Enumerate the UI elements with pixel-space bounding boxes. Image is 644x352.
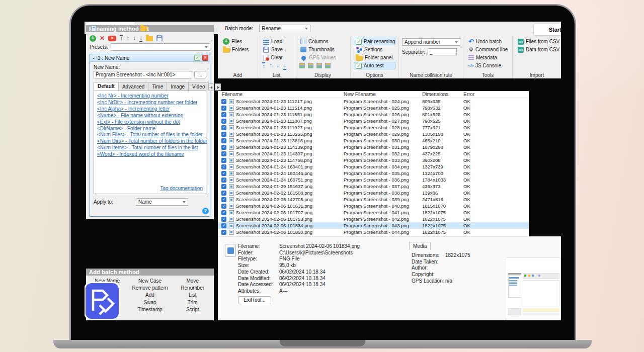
move-method-top-button[interactable]: ↑ <box>120 35 123 42</box>
thumbnails-button[interactable]: Thumbnails <box>298 46 347 53</box>
gps-values-button[interactable]: GPS Values <box>298 54 347 61</box>
list-arrow-down-button[interactable]: ↓ <box>276 62 279 70</box>
new-name-input[interactable] <box>94 71 192 78</box>
new-name-browse-button[interactable]: ... <box>194 71 206 78</box>
js-console-button[interactable]: </>JS Console <box>466 62 509 69</box>
table-row[interactable]: ✓Screenshot 2024-02-06 101631.pngProgram… <box>218 203 529 209</box>
add-method-timestamp[interactable]: Timestamp <box>137 306 162 313</box>
large-thumbnails-view-icon[interactable] <box>316 63 322 68</box>
presets-select[interactable] <box>111 43 210 51</box>
load-button[interactable]: Load <box>261 38 292 45</box>
add-method-button[interactable]: + <box>90 35 96 42</box>
remove-method-button[interactable]: ✕ <box>100 35 105 42</box>
table-row[interactable]: ✓Screenshot 2024-02-05 142705.pngProgram… <box>218 196 529 203</box>
add-method-move[interactable]: Move <box>186 278 198 285</box>
folder-panel-button[interactable]: Folder panel <box>354 54 395 61</box>
move-method-down-button[interactable]: ↓ <box>133 35 136 42</box>
tag-link-dirname[interactable]: <DirName> - Folder name <box>97 126 203 132</box>
row-checkbox[interactable]: ✓ <box>221 145 226 150</box>
list-arrow-top-button[interactable]: ↑ <box>262 62 265 70</box>
batch-mode-select[interactable]: Rename <box>259 25 310 32</box>
tag-link-word[interactable]: <Word> - Indexed word of the filename <box>97 151 203 158</box>
table-row[interactable]: ✓Screenshot 2024-01-23 113255.pngProgram… <box>218 131 529 137</box>
separator-input[interactable] <box>428 48 457 55</box>
exiftool-button[interactable]: ExifTool... <box>238 296 271 304</box>
data-from-csv-button[interactable]: csvData from CSV <box>516 46 558 53</box>
row-checkbox[interactable]: ✓ <box>221 106 226 111</box>
pair-renaming-button[interactable]: ✓Pair renaming <box>354 38 395 45</box>
row-checkbox[interactable]: ✓ <box>221 204 226 209</box>
save-button[interactable]: Save <box>261 46 292 53</box>
table-row[interactable]: ✓Screenshot 2024-01-23 114758.pngProgram… <box>218 157 529 163</box>
table-row[interactable]: ✓Screenshot 2024-01-23 111651.pngProgram… <box>218 111 529 118</box>
column-header-filename[interactable]: Filename <box>218 92 344 97</box>
table-row[interactable]: ✓Screenshot 2024-01-23 111217.pngProgram… <box>218 98 529 105</box>
row-checkbox[interactable]: ✓ <box>221 125 226 130</box>
save-preset-button[interactable] <box>156 35 163 41</box>
table-row[interactable]: ✓Screenshot 2024-01-23 111807.pngProgram… <box>218 118 529 124</box>
tag-link-num[interactable]: <Num Items> - Total number of files in t… <box>97 145 203 151</box>
add-method-remove-pattern[interactable]: Remove pattern <box>132 285 168 292</box>
tab-advanced[interactable]: Advanced <box>118 82 148 91</box>
row-checkbox[interactable]: ✓ <box>221 197 226 202</box>
list-view-icon[interactable] <box>325 63 331 68</box>
tag-documentation-link[interactable]: Tag documentation <box>160 186 203 192</box>
tab-scroll-left-button[interactable] <box>208 83 214 91</box>
table-row[interactable]: ✓Screenshot 2024-01-23 111927.pngProgram… <box>218 124 529 131</box>
row-checkbox[interactable]: ✓ <box>221 178 226 183</box>
files-from-csv-button[interactable]: csvFiles from CSV <box>516 38 558 45</box>
column-header-dimensions[interactable]: Dimensions <box>422 92 463 97</box>
table-row[interactable]: ✓Screenshot 2024-02-06 101834.pngProgram… <box>218 222 529 229</box>
tab-time[interactable]: Time <box>148 82 167 91</box>
column-header-new-filename[interactable]: New Filename <box>344 92 422 97</box>
apply-to-select[interactable]: Name <box>136 198 188 206</box>
move-method-up-button[interactable]: ↑ <box>126 35 129 42</box>
row-checkbox[interactable]: ✓ <box>221 138 226 143</box>
tab-scroll-right-button[interactable] <box>215 83 221 91</box>
move-method-bottom-button[interactable]: ↓ <box>139 35 142 42</box>
row-checkbox[interactable]: ✓ <box>221 210 226 215</box>
auto-test-button[interactable]: ✓Auto test <box>354 62 395 69</box>
tab-video[interactable]: Video <box>188 82 209 91</box>
undo-batch-button[interactable]: ↶Undo batch <box>466 38 509 45</box>
table-row[interactable]: ✓Screenshot 2024-01-24 160401.pngProgram… <box>218 163 529 170</box>
tag-link-inc[interactable]: <Inc Nr> - Incrementing number <box>97 93 203 100</box>
tag-link-num[interactable]: <Num Files> - Total number of files in t… <box>97 132 203 138</box>
table-row[interactable]: ✓Screenshot 2024-01-24 160446.pngProgram… <box>218 170 529 177</box>
row-checkbox[interactable]: ✓ <box>221 164 226 169</box>
table-row[interactable]: ✓Screenshot 2024-01-29 151637.pngProgram… <box>218 183 529 190</box>
add-method-new-case[interactable]: New Case <box>138 278 162 285</box>
tag-link-ext[interactable]: <Ext> - File extension without the dot <box>97 119 203 126</box>
method-close-button[interactable] <box>202 55 208 61</box>
column-header-error[interactable]: Error <box>463 92 529 97</box>
row-checkbox[interactable]: ✓ <box>221 158 226 163</box>
row-checkbox[interactable]: ✓ <box>221 99 226 104</box>
list-arrow-bottom-button[interactable]: ↓ <box>283 62 286 70</box>
add-method-script[interactable]: Script <box>186 306 199 313</box>
clear-button[interactable]: Clear <box>261 54 292 61</box>
row-checkbox[interactable]: ✓ <box>221 191 226 196</box>
columns-button[interactable]: Columns <box>298 38 347 45</box>
start-batch-button[interactable]: Start Batch <box>533 24 561 36</box>
table-row[interactable]: ✓Screenshot 2024-01-23 113816.pngProgram… <box>218 137 529 144</box>
name-collision-select[interactable]: Append number <box>402 38 460 46</box>
row-checkbox[interactable]: ✓ <box>221 223 226 228</box>
row-checkbox[interactable]: ✓ <box>221 151 226 156</box>
tag-link-inc[interactable]: <Inc NrDir> - Incrementing number per fo… <box>97 100 203 106</box>
row-checkbox[interactable]: ✓ <box>221 230 226 235</box>
help-button[interactable]: ? <box>202 208 209 214</box>
metadata-button[interactable]: Metadata <box>466 54 509 61</box>
open-preset-button[interactable] <box>146 36 153 41</box>
tag-link-num[interactable]: <Num Dirs> - Total number of folders in … <box>97 138 203 145</box>
row-checkbox[interactable]: ✓ <box>221 184 226 189</box>
add-method-trim[interactable]: Trim <box>188 299 198 306</box>
row-checkbox[interactable]: ✓ <box>221 217 226 222</box>
add-method-swap[interactable]: Swap <box>144 299 156 306</box>
tab-default[interactable]: Default <box>94 82 119 91</box>
row-checkbox[interactable]: ✓ <box>221 112 226 117</box>
method-enabled-checkbox[interactable] <box>194 55 200 61</box>
tag-link-inc[interactable]: <Inc Alpha> - Incrementing letter <box>97 106 203 113</box>
table-row[interactable]: ✓Screenshot 2024-02-02 161508.pngProgram… <box>218 190 529 196</box>
add-method-list[interactable]: List <box>189 292 197 299</box>
table-row[interactable]: ✓Screenshot 2024-01-24 160751.pngProgram… <box>218 177 529 183</box>
